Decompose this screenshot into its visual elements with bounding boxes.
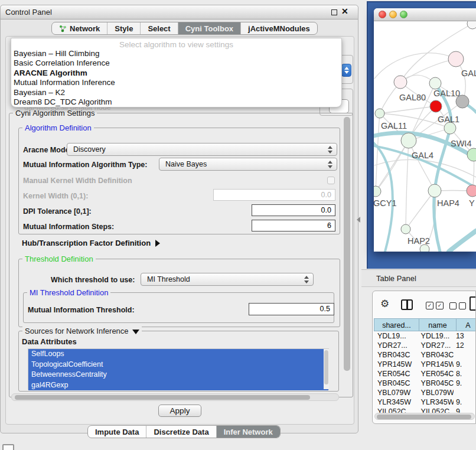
table-row[interactable]: YBR043CYBR043C [374,350,476,360]
algorithm-definition-title: Algorithm Definition [22,123,94,132]
table-row[interactable]: YPR145WYPR145W9. [374,360,476,369]
panel-divider-handle[interactable] [357,217,360,223]
network-node-gal80[interactable] [394,76,407,89]
tab-cyni-toolbox[interactable]: Cyni Toolbox [178,22,240,34]
bottom-tab-discretize-data[interactable]: Discretize Data [146,426,216,438]
table-row[interactable]: YLR345WYLR345W9. [374,397,476,407]
sources-title-text: Sources for Network Inference [25,327,129,335]
algorithm-option-bayesian-hill-climbing[interactable]: Bayesian – Hill Climbing [11,49,341,58]
table-horizontal-scrollbar[interactable] [374,413,475,420]
table-panel-title: Table Panel [376,274,416,283]
network-node-gcy1[interactable] [374,186,381,197]
algorithm-dropdown-list: Select algorithm to view settings Bayesi… [11,38,342,107]
which-threshold-label: Which threshold to use: [51,276,135,284]
hub-definition-expander[interactable]: Hub/Transcription Factor Definition [22,239,160,247]
mi-steps-field[interactable]: 6 [252,220,335,231]
settings-vertical-scrollbar[interactable] [344,117,350,371]
table-row[interactable]: YDR27...YDR27...12 [374,341,476,350]
mi-threshold-field[interactable]: 0.5 [249,303,334,315]
node-label-gal4: GAL4 [412,151,433,160]
column-header-name[interactable]: name [419,318,457,331]
algorithm-combo-stepper-icon[interactable] [341,64,351,77]
export-table-icon[interactable] [470,296,476,311]
network-node-gal4[interactable] [401,133,416,148]
network-edge [374,53,456,79]
tab-select[interactable]: Select [140,22,177,34]
network-window[interactable]: GALGAL80GAL10GAL11GAL1GAL4SWI4GCY1HAP4YH… [374,8,476,252]
bottom-tab-impute-data[interactable]: Impute Data [88,426,146,438]
threshold-definition-title: Threshold Definition [22,255,96,263]
dpi-tolerance-field[interactable]: 0.0 [252,204,335,216]
settings-horizontal-scrollbar[interactable] [11,393,339,401]
column-header-shared[interactable]: shared... [374,318,419,331]
kernel-width-field[interactable]: 0.0 [213,189,335,201]
tab-network[interactable]: Network [52,22,107,34]
bottom-tab-infer-network[interactable]: Infer Network [216,426,280,438]
which-threshold-value: MI Threshold [147,275,190,283]
column-header-a[interactable]: A [457,318,476,331]
table-hscroll-thumb[interactable] [377,415,471,419]
tab-style[interactable]: Style [107,22,140,34]
network-node-gal[interactable] [448,51,464,67]
network-node[interactable] [430,100,442,112]
algorithm-option-basic-correlation-inference[interactable]: Basic Correlation Inference [11,58,341,68]
deselect-all-columns-icon[interactable] [449,302,466,309]
attributes-scrollbar[interactable] [324,349,329,389]
table-cell: YBL079W [374,388,418,397]
node-label-gal10: GAL10 [433,89,460,98]
select-all-columns-icon[interactable]: ✓✓ [426,302,444,309]
floating-panel-icon[interactable] [2,444,14,450]
attribute-item-gal4rgexp[interactable]: gal4RGexp [28,380,328,391]
float-window-icon[interactable] [331,9,337,15]
table-cell: YBL079W [418,388,454,397]
node-label-gal: GAL [461,69,476,78]
algorithm-option-bayesian-k2[interactable]: Bayesian – K2 [11,88,341,97]
table-cell: YIL052C [418,407,454,413]
control-panel-titlebar[interactable]: Control Panel ✕ [1,5,358,19]
network-window-titlebar[interactable] [374,8,476,21]
network-node-y[interactable] [467,185,476,197]
network-canvas[interactable]: GALGAL80GAL10GAL11GAL1GAL4SWI4GCY1HAP4YH… [374,21,476,252]
manual-kernel-checkbox[interactable] [327,177,335,184]
zoom-traffic-icon[interactable] [400,11,407,18]
table-row[interactable]: YIL052CYIL052C9. [374,407,476,413]
table-settings-gear-icon[interactable]: ⚙ [380,299,389,309]
column-layout-icon[interactable] [401,299,413,310]
network-node-hap2[interactable] [401,224,410,234]
attribute-item-betweennesscentrality[interactable]: BetweennessCentrality [28,370,328,380]
sources-group-title[interactable]: Sources for Network Inference [22,327,142,335]
tab-jactivemnodules[interactable]: jActiveMNodules [240,22,317,34]
table-cell: 12 [454,341,476,350]
table-body: YDL19...YDL19...13YDR27...YDR27...12YBR0… [374,331,476,413]
attribute-item-selfloops[interactable]: SelfLoops [28,349,328,360]
network-node-gal11[interactable] [375,109,384,118]
algorithm-option-dream8-dc-tdc-algorithm[interactable]: Dream8 DC_TDC Algorithm [11,97,341,107]
aracne-mode-label: Aracne Mode: [23,146,72,154]
algorithm-option-aracne-algorithm[interactable]: ARACNE Algorithm [11,69,341,78]
apply-button[interactable]: Apply [158,405,201,417]
aracne-mode-select[interactable]: Discovery [67,143,337,156]
network-node-gal10[interactable] [429,77,441,89]
network-edge [376,113,380,191]
attribute-item-topologicalcoefficient[interactable]: TopologicalCoefficient [28,360,328,370]
table-row[interactable]: YDL19...YDL19...13 [374,331,476,341]
table-panel-window: ⚙ ✓✓ shared...nameA YDL19...YDL19...13YD… [372,291,476,424]
table-cell: 9. [454,360,476,369]
network-icon [59,25,67,32]
table-row[interactable]: YBR045CYBR045C9. [374,379,476,388]
network-node-swi4[interactable] [467,148,476,161]
table-row[interactable]: YBL079WYBL079W [374,388,476,397]
settings-hscroll-thumb[interactable] [15,395,310,400]
table-row[interactable]: YER054CYER054C8. [374,369,476,379]
which-threshold-select[interactable]: MI Threshold [141,273,314,286]
network-node-hap4[interactable] [428,184,441,197]
network-node-gal1[interactable] [444,122,456,134]
algorithm-option-mutual-information-inference[interactable]: Mutual Information Inference [11,78,341,87]
close-traffic-icon[interactable] [379,11,386,18]
mi-algorithm-type-select[interactable]: Naive Bayes [159,158,337,171]
mi-type-label: Mutual Information Algorithm Type: [23,161,147,169]
close-icon[interactable]: ✕ [341,6,348,16]
network-node[interactable] [467,21,476,29]
minimize-traffic-icon[interactable] [389,11,397,18]
node-label-gal80: GAL80 [399,93,426,102]
